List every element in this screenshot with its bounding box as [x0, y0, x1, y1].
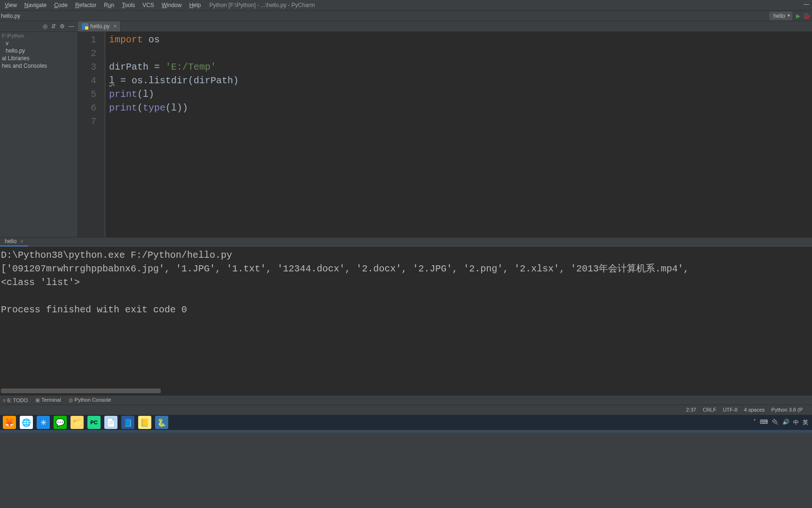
- run-tab-hello[interactable]: hello ×: [0, 237, 28, 246]
- editor-tab-hello[interactable]: hello.py ×: [78, 21, 121, 32]
- line-number: 1: [78, 33, 96, 47]
- line-number: 2: [78, 47, 96, 60]
- status-interpreter[interactable]: Python 3.8 (P: [771, 407, 803, 413]
- taskbar-explorer-icon[interactable]: 📁: [70, 416, 84, 429]
- project-node-venv[interactable]: v: [0, 40, 78, 47]
- project-node-external-libs[interactable]: al Libraries: [0, 55, 78, 62]
- menu-help[interactable]: Help: [187, 1, 204, 9]
- line-number-gutter: 1 2 3 4 5 6 7: [78, 32, 105, 237]
- line-number: 6: [78, 101, 96, 115]
- hide-icon[interactable]: —: [69, 23, 74, 30]
- line-number: 3: [78, 60, 96, 74]
- menu-vcs[interactable]: VCS: [140, 1, 157, 9]
- taskbar-python-icon[interactable]: 🐍: [155, 416, 168, 429]
- run-button-icon[interactable]: ▶: [796, 13, 800, 19]
- status-caret-pos[interactable]: 2:37: [686, 407, 696, 413]
- menu-tools[interactable]: Tools: [119, 1, 138, 9]
- line-number: 7: [78, 115, 96, 128]
- window-title: Python [F:\Python] - ...\hello.py - PyCh…: [209, 2, 315, 8]
- project-node-scratches[interactable]: hes and Consoles: [0, 62, 78, 70]
- menu-run[interactable]: Run: [101, 1, 117, 9]
- project-root-path: F:\Python: [2, 33, 24, 39]
- python-console-tool[interactable]: ◍Python Console: [69, 397, 111, 403]
- debug-button-icon[interactable]: 🐞: [803, 13, 810, 19]
- breadcrumb-bar: hello.py hello ▶ 🐞: [0, 10, 812, 21]
- workspace: F:\Python v hello.py al Libraries hes an…: [0, 32, 812, 237]
- taskbar-app-icon[interactable]: ✳: [37, 416, 50, 429]
- tray-volume-icon[interactable]: 🔊: [782, 419, 789, 427]
- todo-tool[interactable]: ≡6: TODO: [3, 397, 28, 403]
- project-node-hello[interactable]: hello.py: [0, 47, 78, 55]
- editor-tab-label: hello.py: [90, 23, 109, 30]
- close-icon[interactable]: ×: [20, 238, 23, 244]
- taskbar-word-icon[interactable]: 📘: [121, 416, 134, 429]
- menu-navigate[interactable]: Navigate: [22, 1, 49, 9]
- menu-refactor[interactable]: Refactor: [72, 1, 99, 9]
- window-controls[interactable]: —: [804, 1, 809, 8]
- taskbar-notepad-icon[interactable]: 📄: [104, 416, 117, 429]
- line-number: 5: [78, 87, 96, 101]
- system-tray[interactable]: ˄ ⌨ 🔌 🔊 中 英: [753, 419, 808, 427]
- taskbar-firefox-icon[interactable]: 🦊: [3, 416, 16, 429]
- gear-icon[interactable]: ⚙: [60, 23, 65, 30]
- line-number: 4: [78, 74, 96, 87]
- taskbar-peek-strip: [0, 430, 812, 433]
- python-file-icon: [82, 23, 88, 30]
- taskbar-chrome-icon[interactable]: 🌐: [20, 416, 33, 429]
- run-config-selector[interactable]: hello: [769, 12, 792, 20]
- run-panel-header: hello ×: [0, 237, 812, 246]
- project-sidebar[interactable]: F:\Python v hello.py al Libraries hes an…: [0, 32, 78, 237]
- close-icon[interactable]: ×: [113, 23, 117, 30]
- horizontal-scrollbar[interactable]: [1, 389, 161, 393]
- tray-power-icon[interactable]: 🔌: [772, 419, 779, 427]
- toolbar-row: ◎ ⇵ ⚙ — hello.py ×: [0, 21, 812, 32]
- tray-ime-zh-icon[interactable]: 中: [793, 419, 799, 427]
- code-area[interactable]: import os dirPath = 'E:/Temp' l = os.lis…: [105, 32, 239, 237]
- bottom-toolbar: ≡6: TODO ▣Terminal ◍Python Console: [0, 395, 812, 405]
- taskbar-wechat-icon[interactable]: 💬: [54, 416, 67, 429]
- taskbar-notes-icon[interactable]: 📒: [138, 416, 151, 429]
- menu-window[interactable]: Window: [159, 1, 185, 9]
- status-encoding[interactable]: UTF-8: [723, 407, 737, 413]
- taskbar-pycharm-icon[interactable]: PC: [87, 416, 101, 429]
- code-editor[interactable]: 1 2 3 4 5 6 7 import os dirPath = 'E:/Te…: [78, 32, 812, 237]
- status-indent[interactable]: 4 spaces: [744, 407, 765, 413]
- os-taskbar[interactable]: 🦊 🌐 ✳ 💬 📁 PC 📄 📘 📒 🐍 ˄ ⌨ 🔌 🔊 中 英: [0, 415, 812, 430]
- locate-icon[interactable]: ◎: [43, 23, 47, 30]
- tray-keyboard-icon[interactable]: ⌨: [760, 419, 768, 427]
- collapse-icon[interactable]: ⇵: [51, 23, 56, 30]
- tray-ime-en-icon[interactable]: 英: [803, 419, 808, 427]
- run-tab-label: hello: [5, 238, 16, 245]
- project-tool-buttons: ◎ ⇵ ⚙ —: [0, 23, 78, 30]
- run-console[interactable]: D:\Python38\python.exe F:/Python/hello.p…: [0, 246, 812, 395]
- main-menubar: VViewiew Navigate Code Refactor Run Tool…: [0, 0, 812, 10]
- terminal-tool[interactable]: ▣Terminal: [35, 397, 61, 403]
- tray-chevron-icon[interactable]: ˄: [753, 419, 756, 427]
- status-bar: 2:37 CRLF UTF-8 4 spaces Python 3.8 (P: [0, 405, 812, 414]
- menu-code[interactable]: Code: [51, 1, 70, 9]
- status-line-sep[interactable]: CRLF: [703, 407, 716, 413]
- breadcrumb-file[interactable]: hello.py: [1, 13, 20, 19]
- menu-view[interactable]: VViewiew: [2, 1, 20, 9]
- project-root[interactable]: F:\Python: [0, 32, 78, 40]
